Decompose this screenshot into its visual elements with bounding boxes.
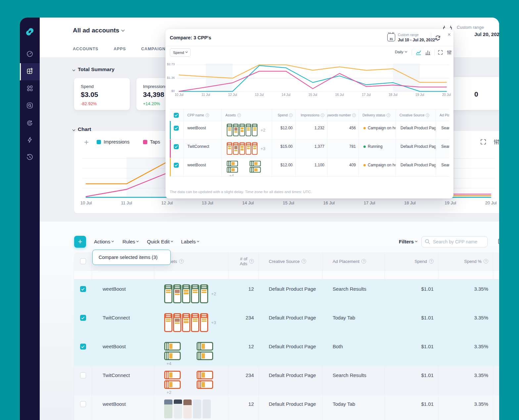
info-icon[interactable]: ? <box>361 259 366 264</box>
tab-accounts[interactable]: ACCOUNTS <box>73 47 98 51</box>
sidebar-item-keyword-research[interactable] <box>20 98 40 115</box>
info-icon[interactable]: ? <box>249 259 254 264</box>
col-keywords-number[interactable]: Keywords number <box>327 113 351 117</box>
granularity-selector[interactable]: Daily <box>395 50 407 54</box>
calendar-icon: 31 <box>387 33 395 41</box>
row-checkbox[interactable] <box>174 163 179 168</box>
sidebar-item-creatives[interactable] <box>20 80 40 98</box>
asset-thumb <box>182 284 190 303</box>
row-checkbox[interactable] <box>174 126 179 131</box>
col-delivery-status[interactable]: Delivery status <box>362 113 385 117</box>
filters-button[interactable]: Filters <box>399 239 417 244</box>
col-ad-placement[interactable]: Ad Placement <box>333 259 359 264</box>
table-row[interactable]: weetBoost+412Default Product PageBoth$1.… <box>74 337 499 366</box>
cpp-name: TwitConnect <box>187 144 209 149</box>
account-selector[interactable]: All ad accounts <box>73 27 124 34</box>
col-spend[interactable]: Spend <box>414 259 427 264</box>
tab-apps[interactable]: APPS <box>114 47 126 51</box>
info-icon[interactable]: ? <box>289 113 293 117</box>
bar-chart-icon[interactable] <box>425 50 431 55</box>
col-assets[interactable]: Assets <box>225 113 236 117</box>
asset-thumb <box>197 342 213 351</box>
asset-thumbnails: +2 <box>164 371 228 395</box>
row-checkbox[interactable] <box>80 286 86 292</box>
info-icon[interactable]: ? <box>484 259 488 264</box>
cpp-name: TwitConnect <box>103 315 130 320</box>
asset-thumb <box>164 342 181 351</box>
asset-thumb <box>227 167 238 173</box>
row-checkbox[interactable] <box>80 315 86 321</box>
dialog-title: Compare: 3 CPP's <box>170 35 211 40</box>
search-input[interactable] <box>421 236 488 247</box>
col-num-ads[interactable]: # of Ads <box>238 256 247 266</box>
columns-settings-icon[interactable] <box>497 238 499 245</box>
table-row[interactable]: weetBoost+2$12.001,232456Campaign on hol… <box>170 121 449 140</box>
line-chart-icon[interactable] <box>416 50 421 55</box>
sidebar-item-dashboard[interactable] <box>20 46 40 63</box>
sidebar-item-history[interactable] <box>20 149 40 166</box>
asset-more-count: +2 <box>260 128 265 133</box>
col-ad-placement[interactable]: Ad Placement <box>440 113 449 117</box>
dialog-date-range-picker[interactable]: Jul 10 - Jul 20, 2022 <box>398 38 438 42</box>
x-axis: 10 Jul11 Jul12 Jul13 Jul14 Jul15 Jul16 J… <box>82 200 495 206</box>
chart-settings-sliders-icon[interactable] <box>447 50 452 55</box>
info-icon[interactable]: ? <box>179 259 184 264</box>
x-axis-label: 17 Jul <box>364 200 375 205</box>
table-row[interactable]: TwitConnect+3234Default Product PageToda… <box>74 308 499 337</box>
refresh-icon[interactable] <box>435 35 441 41</box>
col-impressions[interactable]: Impressions <box>301 113 319 117</box>
info-icon[interactable]: ? <box>429 259 434 264</box>
col-spend[interactable]: Spend <box>278 113 288 117</box>
rules-menu-button[interactable]: Rules <box>122 239 138 244</box>
select-all-checkbox[interactable] <box>80 258 86 264</box>
close-icon[interactable]: × <box>448 32 451 37</box>
asset-thumbnails: +3 <box>227 142 272 155</box>
total-summary-toggle[interactable]: Total Summary <box>73 66 115 72</box>
table-row[interactable]: weetBoost+212Default Product PageSearch … <box>74 279 499 308</box>
info-icon[interactable]: ? <box>237 113 241 117</box>
chart-settings-sliders-icon[interactable] <box>493 139 499 145</box>
col-cpp-name[interactable]: CPP name <box>187 113 204 117</box>
table-row[interactable]: TwitConnect+2234Default Product PageSear… <box>74 366 499 395</box>
row-checkbox[interactable] <box>80 344 86 350</box>
info-icon[interactable]: ? <box>302 259 306 264</box>
row-checkbox[interactable] <box>80 372 86 378</box>
col-creative-source[interactable]: Creative Source <box>269 259 300 264</box>
x-axis-label: 19 Jul <box>445 200 456 205</box>
col-creative-source[interactable]: Creative Source <box>400 113 424 117</box>
add-metric-icon[interactable]: + <box>84 138 89 146</box>
table-row[interactable]: weetBoost+4$12.001,100409Campaign on hol… <box>170 158 449 177</box>
labels-menu-button[interactable]: Labels <box>181 239 199 244</box>
status-dot-icon <box>363 146 366 148</box>
table-row[interactable]: TwitConnect+3$15.001,377781RunningDefaul… <box>170 140 449 158</box>
row-checkbox[interactable] <box>80 401 86 407</box>
sidebar-item-campaign-target[interactable] <box>20 115 40 132</box>
granularity-value: Daily <box>395 50 403 54</box>
add-cpp-button[interactable]: + <box>74 236 86 248</box>
legend-item-impressions[interactable]: Impressions <box>97 139 129 145</box>
col-spend-pct[interactable]: Spend % <box>464 259 482 264</box>
info-icon[interactable]: ? <box>426 113 429 117</box>
summary-card-spend[interactable]: Spend $3.05 -82.92% <box>74 78 130 110</box>
row-checkbox[interactable] <box>174 144 179 149</box>
tab-campaigns[interactable]: CAMPAIGNS <box>141 47 168 51</box>
metric-selector[interactable]: Spend <box>170 48 191 57</box>
info-icon[interactable]: ? <box>206 113 209 117</box>
creative-source: Default Product Page <box>259 366 323 395</box>
logo-icon[interactable] <box>25 27 34 36</box>
sidebar-item-ad-manager[interactable] <box>20 63 40 80</box>
menu-item-compare-selected[interactable]: Compare selected items (3) <box>99 255 158 260</box>
table-row[interactable]: weetBoost12Default Product PageToday Tab… <box>74 395 499 420</box>
fullscreen-icon[interactable] <box>438 50 443 55</box>
info-icon[interactable]: ? <box>387 113 390 117</box>
legend-item-taps[interactable]: Taps <box>143 139 160 145</box>
asset-thumb-placeholder <box>193 399 201 418</box>
actions-menu-button[interactable]: Actions <box>94 239 114 244</box>
quick-edit-menu-button[interactable]: Quick Edit <box>147 239 173 244</box>
sidebar-item-automation[interactable] <box>20 132 40 149</box>
metric-selector-value: Spend <box>173 51 184 55</box>
select-all-checkbox[interactable] <box>174 113 179 118</box>
fullscreen-icon[interactable] <box>480 139 487 145</box>
info-icon[interactable]: ? <box>321 113 324 117</box>
info-icon[interactable]: ? <box>352 113 356 117</box>
